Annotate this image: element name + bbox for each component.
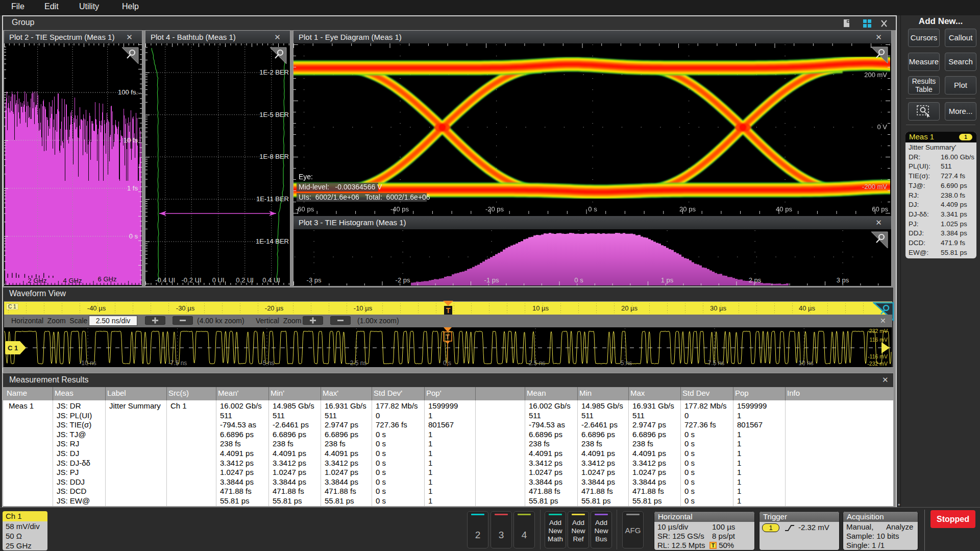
svg-text:20 ps: 20 ps [679, 205, 696, 213]
svg-text:1E-14 BER: 1E-14 BER [256, 237, 289, 245]
svg-text:T: T [446, 306, 451, 315]
svg-text:-232 mV: -232 mV [867, 361, 888, 367]
svg-text:10 ns: 10 ns [798, 360, 813, 367]
svg-text:0 s: 0 s [588, 205, 597, 213]
svg-text:-0.4 UI: -0.4 UI [155, 276, 175, 284]
svg-text:10 fs: 10 fs [124, 136, 138, 144]
svg-text:-7.5 ns: -7.5 ns [168, 360, 187, 367]
svg-text:1E-5 BER: 1E-5 BER [259, 111, 289, 118]
svg-text:2.5 ns: 2.5 ns [529, 360, 546, 367]
svg-text:0 V: 0 V [877, 123, 887, 131]
svg-text:0 s: 0 s [574, 276, 583, 284]
svg-text:1E-8 BER: 1E-8 BER [259, 153, 289, 160]
svg-text:-10 ns: -10 ns [79, 360, 96, 367]
svg-text:1E-2 BER: 1E-2 BER [259, 68, 289, 76]
svg-text:60 ps: 60 ps [872, 205, 888, 213]
svg-text:5 ns: 5 ns [621, 360, 632, 367]
svg-text:T: T [446, 333, 450, 341]
svg-text:3 ps: 3 ps [837, 276, 849, 284]
svg-text:0 s: 0 s [129, 232, 138, 240]
svg-text:-1 ps: -1 ps [484, 276, 499, 284]
svg-text:200 mV: 200 mV [864, 71, 887, 79]
svg-text:-0.2 UI: -0.2 UI [181, 276, 201, 284]
svg-text:1E-11 BER: 1E-11 BER [256, 195, 289, 203]
svg-text:UIs: 6002/1.6e+06 Total: 6: UIs: 6002/1.6e+06 Total: 6002/1.6e+06 [299, 193, 430, 201]
svg-text:Mid-level: -0.00364566 V: Mid-level: -0.00364566 V [299, 183, 382, 191]
svg-text:1 ps: 1 ps [661, 276, 674, 284]
svg-text:232 mV: 232 mV [869, 328, 888, 334]
svg-text:0.2 UI: 0.2 UI [236, 276, 254, 284]
svg-text:T: T [712, 543, 715, 548]
svg-text:Eye:: Eye: [299, 173, 313, 181]
svg-text:-20 ps: -20 ps [485, 205, 504, 213]
svg-text:-60 ps: -60 ps [296, 205, 314, 213]
svg-text:1 fs: 1 fs [127, 184, 138, 192]
svg-text:-5 ns: -5 ns [261, 360, 275, 367]
svg-text:0 s: 0 s [443, 360, 451, 367]
svg-text:-116 mV: -116 mV [868, 353, 888, 360]
svg-text:4 GHz: 4 GHz [63, 277, 82, 284]
svg-text:-200 mV: -200 mV [862, 183, 887, 190]
svg-text:-2 ps: -2 ps [396, 276, 410, 284]
svg-text:2 ps: 2 ps [749, 276, 762, 284]
svg-text:116 mV: 116 mV [870, 337, 888, 343]
svg-text:C 1: C 1 [8, 344, 18, 352]
svg-text:-2.5 ns: -2.5 ns [348, 360, 367, 367]
svg-text:7.5 ns: 7.5 ns [708, 360, 725, 367]
svg-text:2 GHz: 2 GHz [28, 277, 47, 284]
svg-text:40 ps: 40 ps [776, 205, 792, 213]
svg-text:0 UI: 0 UI [212, 276, 225, 284]
svg-text:6 GHz: 6 GHz [98, 275, 117, 283]
svg-text:0.4 UI: 0.4 UI [262, 276, 280, 284]
svg-text:-40 ps: -40 ps [390, 205, 409, 213]
svg-text:100 fs.: 100 fs. [118, 88, 138, 96]
svg-text:-3 ps: -3 ps [307, 276, 322, 284]
